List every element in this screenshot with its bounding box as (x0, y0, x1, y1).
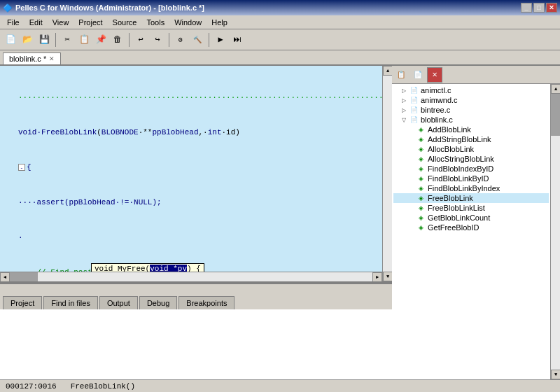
menu-source[interactable]: Source (108, 17, 141, 28)
scroll-track[interactable] (383, 76, 392, 272)
scroll-right-arrow[interactable]: ► (372, 272, 382, 281)
scroll-thumb[interactable] (551, 94, 560, 136)
menu-project[interactable]: Project (74, 17, 106, 28)
toolbar-redo[interactable]: ↪ (150, 32, 165, 48)
scroll-track[interactable] (551, 94, 560, 370)
tab-bar: bloblink.c * ✕ (0, 50, 560, 66)
tree-arrow-icon: ▷ (402, 97, 409, 104)
tree-item-AllocStringBlobLink[interactable]: ◈ AllocStringBlobLink (393, 154, 549, 164)
toolbar-run[interactable]: ▶ (213, 32, 228, 48)
toolbar-paste[interactable]: 📌 (93, 32, 108, 48)
tree-item-FindBlobLinkByID[interactable]: ◈ FindBlobLinkByID (393, 174, 549, 183)
scroll-down-arrow[interactable]: ▼ (383, 272, 392, 281)
tree-item-label: bintree.c (421, 106, 450, 114)
toolbar-delete[interactable]: 🗑 (110, 32, 125, 48)
toolbar-cut[interactable]: ✂ (59, 32, 75, 48)
func-icon: ◈ (416, 214, 426, 222)
tree-item-GetFreeBlobID[interactable]: ◈ GetFreeBlobID (393, 223, 549, 232)
menu-window[interactable]: Window (170, 17, 206, 28)
file-icon: 📄 (409, 115, 419, 124)
minimize-button[interactable]: _ (521, 3, 532, 13)
tab-project[interactable]: Project (3, 296, 42, 309)
func-icon: ◈ (416, 135, 426, 144)
right-panel: 📋 📄 ✕ ▷ 📄 animctl.c ▷ 📄 (392, 66, 560, 379)
tab-debug[interactable]: Debug (139, 296, 177, 309)
close-button[interactable]: ✕ (546, 3, 557, 13)
file-icon: 📄 (409, 96, 419, 104)
bottom-panel-content (0, 309, 392, 379)
scroll-up-arrow[interactable]: ▲ (383, 66, 392, 76)
menu-bar: File Edit View Project Source Tools Wind… (0, 15, 560, 29)
toolbar-build[interactable]: ⚙ (173, 32, 188, 48)
menu-file[interactable]: File (3, 17, 24, 28)
code-line: void·FreeBlobLink(BLOBNODE·**ppBlobHead,… (0, 127, 382, 137)
editor-and-bottom: ········································… (0, 66, 392, 379)
toolbar-open[interactable]: 📂 (20, 32, 35, 48)
collapse-btn[interactable]: - (18, 164, 25, 171)
bottom-tabs: Project Find in files Output Debug Break… (0, 283, 392, 309)
menu-help[interactable]: Help (207, 17, 232, 28)
scroll-down-arrow[interactable]: ▼ (551, 370, 560, 379)
tree-item-label: animctl.c (421, 86, 451, 94)
tree-item-label: FreeBlobLink (428, 194, 473, 202)
code-line: · (0, 232, 382, 242)
tree-item-FindBlobLinkByIndex[interactable]: ◈ FindBlobLinkByIndex (393, 183, 549, 193)
code-editor[interactable]: ········································… (0, 66, 392, 281)
v-scrollbar[interactable]: ▲ ▼ (382, 66, 392, 281)
tree-item-animctl[interactable]: ▷ 📄 animctl.c (393, 85, 549, 95)
tree-item-AddStringBlobLink[interactable]: ◈ AddStringBlobLink (393, 134, 549, 144)
tree-arrow-icon: ▷ (402, 88, 409, 94)
tree-item-bintree[interactable]: ▷ 📄 bintree.c (393, 105, 549, 115)
tree-item-AllocBlobLink[interactable]: ◈ AllocBlobLink (393, 144, 549, 154)
tree-item-FreeBlobLinkList[interactable]: ◈ FreeBlobLinkList (393, 203, 549, 213)
tree-item-bloblink[interactable]: ▽ 📄 bloblink.c (393, 115, 549, 125)
right-panel-btn1[interactable]: 📋 (393, 67, 409, 83)
tree-item-label: AllocStringBlobLink (428, 155, 494, 163)
tree-item-FreeBlobLink[interactable]: ◈ FreeBlobLink (393, 193, 549, 203)
tab-bloblink[interactable]: bloblink.c * ✕ (3, 52, 61, 64)
scroll-up-arrow[interactable]: ▲ (551, 84, 560, 94)
func-icon: ◈ (416, 164, 426, 173)
h-scroll-thumb[interactable] (10, 272, 38, 281)
right-panel-vscrollbar[interactable]: ▲ ▼ (550, 84, 560, 379)
tab-output[interactable]: Output (99, 296, 138, 309)
tab-find-in-files[interactable]: Find in files (43, 296, 98, 309)
menu-view[interactable]: View (48, 17, 74, 28)
tree-item-label: animwnd.c (421, 96, 458, 104)
tree-item-label: bloblink.c (421, 115, 453, 124)
menu-edit[interactable]: Edit (25, 17, 47, 28)
right-panel-btn2[interactable]: 📄 (410, 67, 426, 83)
h-scrollbar[interactable]: ◄ ► (0, 272, 382, 281)
maximize-button[interactable]: □ (533, 3, 545, 13)
tree-item-label: AddBlobLink (428, 125, 471, 134)
tab-label: bloblink.c * (9, 55, 46, 63)
tab-breakpoints[interactable]: Breakpoints (178, 296, 234, 309)
editor-section: ········································… (0, 66, 560, 379)
tree-item-label: AddStringBlobLink (428, 135, 491, 144)
tab-close-icon[interactable]: ✕ (49, 55, 55, 62)
app-icon: 🔷 (3, 4, 13, 13)
tree-item-AddBlobLink[interactable]: ◈ AddBlobLink (393, 125, 549, 134)
toolbar-new[interactable]: 📄 (3, 32, 18, 48)
func-icon: ◈ (416, 125, 426, 134)
code-content[interactable]: ········································… (0, 66, 392, 281)
h-scroll-track[interactable] (10, 272, 372, 281)
tree-item-label: GetFreeBlobID (428, 223, 479, 232)
toolbar-compile[interactable]: 🔨 (190, 32, 205, 48)
toolbar-copy[interactable]: 📋 (76, 32, 92, 48)
toolbar-save[interactable]: 💾 (36, 32, 52, 48)
toolbar-step[interactable]: ⏭ (230, 32, 245, 48)
tree-item-GetBlobLinkCount[interactable]: ◈ GetBlobLinkCount (393, 213, 549, 223)
toolbar-undo[interactable]: ↩ (133, 32, 148, 48)
tree-item-label: GetBlobLinkCount (428, 214, 490, 222)
func-icon: ◈ (416, 223, 426, 232)
right-panel-close[interactable]: ✕ (427, 67, 442, 83)
right-panel-content: ▷ 📄 animctl.c ▷ 📄 animwnd.c ▷ 📄 (392, 84, 560, 379)
tree-item-animwnd[interactable]: ▷ 📄 animwnd.c (393, 95, 549, 105)
tree-view[interactable]: ▷ 📄 animctl.c ▷ 📄 animwnd.c ▷ 📄 (392, 84, 550, 379)
right-panel-toolbar: 📋 📄 ✕ (392, 66, 560, 84)
scroll-left-arrow[interactable]: ◄ (0, 272, 10, 281)
tree-item-label: FindBlobLinkByIndex (428, 184, 500, 192)
menu-tools[interactable]: Tools (142, 17, 169, 28)
tree-item-FindBlobIndexByID[interactable]: ◈ FindBlobIndexByID (393, 164, 549, 174)
